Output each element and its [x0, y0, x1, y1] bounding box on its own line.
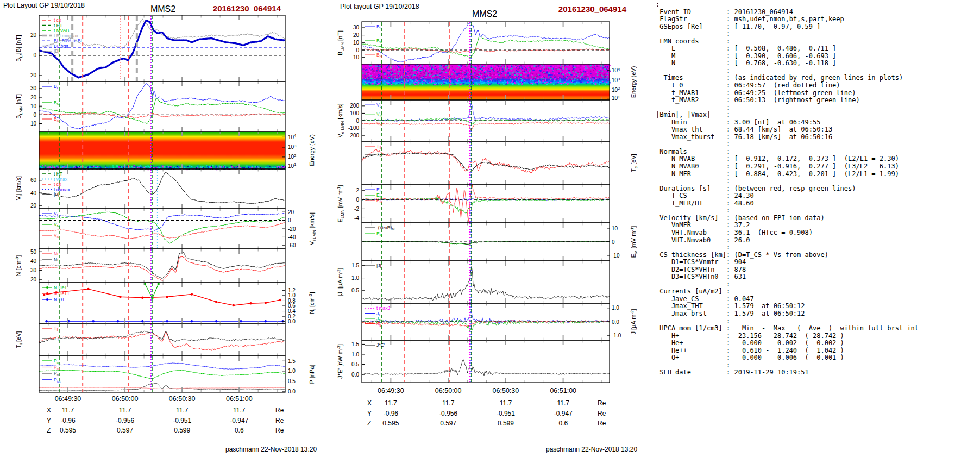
svg-text:20: 20: [30, 95, 37, 101]
svg-text:VN: VN: [376, 121, 382, 127]
svg-text:0.0: 0.0: [612, 319, 619, 325]
svg-text:BN: BN: [376, 52, 382, 58]
svg-text:-10: -10: [29, 121, 37, 127]
svg-text:0: 0: [288, 217, 291, 223]
svg-text:T⊥: T⊥: [376, 152, 382, 158]
svg-text:T⊥: T⊥: [54, 336, 60, 342]
position-row-label: X: [367, 399, 372, 407]
svg-text:-20: -20: [288, 226, 296, 232]
svg-text:102: 102: [288, 153, 296, 160]
position-row-label: Z: [47, 427, 51, 434]
svg-text:30: 30: [30, 85, 37, 91]
svg-text:06:49:30: 06:49:30: [378, 387, 404, 395]
svg-text:t BLminmax: t BLminmax: [54, 33, 79, 39]
svg-text:N [cm-3]: N [cm-3]: [15, 255, 22, 277]
svg-text:-(VexB)M: -(VexB)M: [376, 225, 394, 231]
svg-text:BN: BN: [54, 116, 59, 122]
svg-text:BL: BL: [54, 84, 59, 90]
svg-text:t dvmax: t dvmax: [54, 187, 71, 192]
panel-ve-lmn: 2001000-100-200Ve LMN [km/s]VLVMVN: [337, 100, 610, 141]
time-axis: 06:49:3006:50:0006:50:3006:51:00: [55, 395, 253, 403]
svg-text:J*E': J*E': [376, 342, 385, 348]
svg-text:-4: -4: [354, 215, 359, 221]
svg-text:t MVAB: t MVAB: [54, 28, 70, 33]
svg-text:50: 50: [30, 249, 37, 255]
svg-text:BL: BL: [376, 24, 382, 30]
svg-text:0.0: 0.0: [288, 318, 296, 324]
svg-text:20: 20: [30, 203, 37, 209]
svg-text:0: 0: [612, 239, 615, 245]
svg-text:0: 0: [33, 52, 36, 58]
svg-text:200: 200: [350, 103, 359, 109]
position-unit: Re: [598, 399, 606, 407]
svg-text:-10: -10: [612, 253, 620, 259]
plot-layout-label: Plot layout GP 19/10/2018: [340, 3, 419, 10]
panel-bl-babs: 200-20BL,|B| [nT]t cst HTt MVABt BLminma…: [15, 15, 285, 82]
plot-credit: paschmann 22-Nov-2018 13:20: [546, 446, 637, 453]
svg-text:101: 101: [612, 95, 620, 102]
figure-left-plot: 200-20BL,|B| [nT]t cst HTt MVABt BLminma…: [0, 0, 326, 457]
svg-text:30: 30: [30, 267, 37, 273]
figure-middle-plot: 3020100-10BLMN [nT]BLBMBN104103102101Ene…: [326, 0, 654, 457]
svg-text:103: 103: [288, 143, 296, 151]
svg-text:100: 100: [350, 110, 359, 116]
svg-text:t vmax: t vmax: [54, 177, 68, 182]
svg-text:t HT: t HT: [54, 171, 62, 177]
svg-text:Ni: Ni: [54, 257, 58, 262]
svg-text:Energy (eV): Energy (eV): [309, 134, 315, 166]
svg-text:Ph: Ph: [54, 371, 59, 377]
svg-text:0: 0: [356, 47, 359, 53]
svg-text:1.5: 1.5: [351, 341, 359, 347]
svg-text:VM: VM: [376, 111, 382, 117]
figure-middle: Plot layout GP 19/10/2018 MMS2 20161230_…: [326, 0, 654, 457]
svg-text:J [µA m-2]: J [µA m-2]: [630, 309, 637, 335]
position-unit: Re: [275, 427, 284, 434]
position-table: X11.711.711.711.7ReY-0.96-0.956-0.951-0.…: [47, 406, 284, 434]
svg-text:-200: -200: [348, 133, 359, 139]
position-value: 0.595: [382, 420, 399, 427]
svg-text:BL brst: BL brst: [54, 43, 68, 49]
svg-text:0: 0: [356, 118, 359, 124]
plot-layout-label: Plot Layout GP 19/10/2018: [3, 2, 85, 9]
svg-text:T∥: T∥: [376, 143, 381, 150]
figure-left: Plot Layout GP 19/10/2018 MMS2 20161230_…: [0, 0, 326, 457]
position-value: 0.6: [558, 420, 568, 427]
position-value: -0.947: [554, 410, 573, 417]
position-value: 0.599: [498, 420, 514, 427]
position-unit: Re: [598, 410, 606, 417]
time-axis: 06:49:3006:50:0006:50:3006:51:00: [378, 387, 576, 395]
svg-text:102: 102: [612, 86, 620, 93]
svg-text:06:50:30: 06:50:30: [169, 395, 196, 403]
svg-text:-1.0: -1.0: [612, 333, 621, 339]
svg-text:t maxJ: t maxJ: [376, 305, 390, 311]
svg-text:1.5: 1.5: [288, 358, 296, 364]
svg-text:101: 101: [288, 162, 296, 169]
svg-text:20: 20: [288, 209, 294, 215]
svg-text:104: 104: [612, 67, 620, 74]
svg-text:ELMN [mV m-1]: ELMN [mV m-1]: [336, 185, 345, 223]
svg-text:1.0: 1.0: [612, 305, 619, 311]
panel-j-mag: 1.51.00.5|J| [µA m-2]|J|: [336, 261, 610, 303]
svg-text:0.0: 0.0: [288, 389, 296, 395]
position-value: 0.599: [174, 427, 190, 434]
svg-text:T∥: T∥: [54, 325, 58, 332]
panel-b-lmn: 3020100-10BLMN [nT]BLBMBN: [337, 22, 610, 64]
svg-text:0: 0: [356, 197, 359, 203]
svg-text:BM: BM: [54, 100, 60, 106]
position-row-label: Z: [367, 420, 371, 427]
position-value: 11.7: [119, 406, 131, 414]
event-id-label: 20161230_064914: [213, 4, 281, 13]
svg-text:Ni [cm-3]: Ni [cm-3]: [308, 292, 317, 314]
svg-text:BL,|B| [nT]: BL,|B| [nT]: [15, 35, 23, 62]
svg-text:104: 104: [288, 133, 296, 140]
svg-text:20: 20: [353, 32, 360, 38]
panel-ion-spectrogram: 104103102101Energy (eV): [39, 132, 315, 170]
position-unit: Re: [598, 420, 606, 427]
svg-text:-60: -60: [288, 242, 296, 248]
svg-text:2: 2: [356, 187, 359, 193]
svg-text:0.5: 0.5: [351, 361, 359, 367]
position-value: 11.7: [442, 399, 455, 407]
position-value: -0.956: [116, 417, 134, 424]
svg-text:N O+: N O+: [54, 297, 65, 302]
position-value: 11.7: [557, 399, 569, 407]
